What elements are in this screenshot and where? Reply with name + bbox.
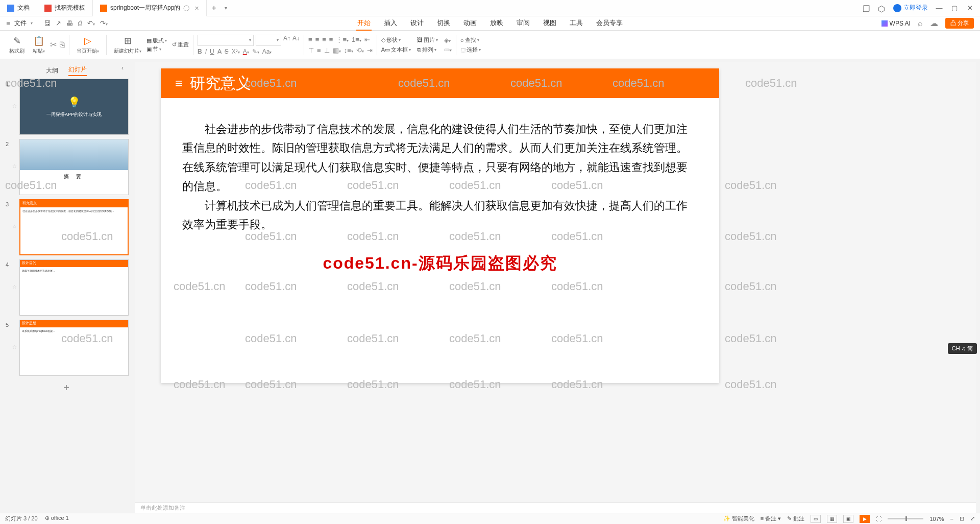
find-button[interactable]: ⌕ 查找▾ xyxy=(460,36,481,44)
maximize-button[interactable]: ▢ xyxy=(950,4,959,12)
align-center-icon[interactable]: ≡ xyxy=(315,36,320,43)
cube-icon[interactable]: ⬡ xyxy=(878,4,886,12)
clear-format-button[interactable]: Aa▾ xyxy=(262,48,272,55)
close-icon[interactable]: × xyxy=(194,4,199,12)
thumb-preview[interactable]: 研究意义 社会进步的步伐带动了信息技术的发展，信息化的建设使得人们生活的节奏加快… xyxy=(19,199,129,255)
tab-view[interactable]: 视图 xyxy=(542,16,557,31)
align-left-icon[interactable]: ≡ xyxy=(308,36,312,43)
zoom-out-icon[interactable]: − xyxy=(950,516,953,522)
close-button[interactable]: ✕ xyxy=(966,4,974,12)
share-button[interactable]: 凸 分享 xyxy=(945,18,974,29)
slide-thumb-3[interactable]: 3 ☆ 研究意义 社会进步的步伐带动了信息技术的发展，信息化的建设使得人们生活的… xyxy=(0,197,133,257)
slide-thumb-2[interactable]: 2 ☆ 摘 要 xyxy=(0,137,133,197)
copy-icon[interactable]: ⎘ xyxy=(60,40,65,50)
reset-button[interactable]: ↺ 重置 xyxy=(172,41,189,49)
tab-design[interactable]: 设计 xyxy=(409,16,425,31)
tab-current[interactable]: springboot一周穿搭App的 ◯ × xyxy=(93,0,207,16)
zoom-level[interactable]: 107% xyxy=(929,516,944,522)
outline-color-icon[interactable]: ▭▾ xyxy=(444,46,452,53)
star-icon[interactable]: ☆ xyxy=(12,139,19,169)
file-menu[interactable]: 文件 xyxy=(14,19,27,28)
increase-font-icon[interactable]: A↑ xyxy=(283,35,290,46)
view-slideshow-icon[interactable]: ▶ xyxy=(860,515,870,523)
zoom-fit-icon[interactable]: ⊡ xyxy=(960,515,964,522)
new-slide-button[interactable]: ⊞ 新建幻灯片▾ xyxy=(111,35,144,55)
tab-docs[interactable]: 文档 xyxy=(0,0,37,16)
save-icon[interactable]: 🖫 xyxy=(44,19,51,27)
tab-transition[interactable]: 切换 xyxy=(436,16,451,31)
outline-tab[interactable]: 大纲 xyxy=(46,66,58,75)
text-direction-icon[interactable]: ⟲▾ xyxy=(356,46,364,54)
undo-icon[interactable]: ↶▾ xyxy=(87,19,95,27)
tab-animation[interactable]: 动画 xyxy=(462,16,478,31)
ime-indicator[interactable]: CH ♫ 简 xyxy=(948,343,977,354)
tab-premium[interactable]: 会员专享 xyxy=(595,16,624,31)
copy-window-icon[interactable]: ❐ xyxy=(863,4,871,12)
thumb-preview[interactable]: 设计目的 随着互联网技术的飞速发展... xyxy=(19,259,129,316)
tab-home[interactable]: 开始 xyxy=(356,16,372,31)
indent-inc-icon[interactable]: ⇥ xyxy=(367,46,373,54)
wps-ai-button[interactable]: WPS AI xyxy=(881,20,911,27)
superscript-button[interactable]: X²▾ xyxy=(232,48,240,55)
tab-insert[interactable]: 插入 xyxy=(383,16,398,31)
bold-button[interactable]: B xyxy=(198,48,202,55)
valign-mid-icon[interactable]: ≡ xyxy=(317,46,321,54)
highlight-button[interactable]: ✎▾ xyxy=(252,48,259,55)
align-justify-icon[interactable]: ≡ xyxy=(329,36,333,43)
thumb-preview[interactable]: 设计思想 本系统采用SpringBoot框架... xyxy=(19,320,129,376)
view-sorter-icon[interactable]: ▦ xyxy=(827,515,837,523)
indent-dec-icon[interactable]: ⇤ xyxy=(364,36,370,43)
slides-tab[interactable]: 幻灯片 xyxy=(68,65,87,76)
login-button[interactable]: 立即登录 xyxy=(893,4,928,12)
star-icon[interactable]: ☆ xyxy=(12,199,19,229)
tab-template[interactable]: 找稻壳模板 xyxy=(37,0,93,16)
new-tab-button[interactable]: + xyxy=(207,4,222,13)
textbox-button[interactable]: A▭ 文本框▾ xyxy=(381,46,411,54)
format-painter-button[interactable]: ✎ 格式刷 xyxy=(6,35,28,55)
print-preview-icon[interactable]: ⎙ xyxy=(78,19,82,27)
zoom-slider[interactable] xyxy=(888,518,923,519)
tab-pin-icon[interactable]: ◯ xyxy=(183,5,189,11)
layout-button[interactable]: ▦ 版式▾ xyxy=(146,37,167,44)
tab-tools[interactable]: 工具 xyxy=(569,16,584,31)
font-family-select[interactable]: ▾ xyxy=(198,35,254,46)
star-icon[interactable]: ☆ xyxy=(12,79,19,109)
slide-thumb-1[interactable]: 1 ☆ 💡 一周穿搭APP的设计与实现 xyxy=(0,77,133,137)
thumb-preview[interactable]: 摘 要 xyxy=(19,139,129,195)
decrease-font-icon[interactable]: A↓ xyxy=(292,35,300,46)
italic-button[interactable]: I xyxy=(205,48,207,55)
collapse-panel-icon[interactable]: ‹ xyxy=(121,64,124,72)
current-slide[interactable]: ≡ 研究意义 社会进步的步伐带动了信息技术的发展，信息化的建设使得人们生活的节奏… xyxy=(161,68,719,383)
export-icon[interactable]: ↗ xyxy=(56,19,61,27)
bullets-icon[interactable]: ⋮≡▾ xyxy=(336,36,349,43)
font-color-button[interactable]: A▾ xyxy=(243,48,249,55)
redo-icon[interactable]: ↷▾ xyxy=(100,19,108,27)
beautify-button[interactable]: ✨ 智能美化 xyxy=(723,515,754,522)
line-spacing-icon[interactable]: ↕≡▾ xyxy=(344,46,353,54)
align-right-icon[interactable]: ≡ xyxy=(322,36,326,43)
slide-thumb-5[interactable]: 5 ☆ 设计思想 本系统采用SpringBoot框架... xyxy=(0,318,133,378)
view-normal-icon[interactable]: ▭ xyxy=(811,515,821,523)
slide-canvas[interactable]: ≡ 研究意义 社会进步的步伐带动了信息技术的发展，信息化的建设使得人们生活的节奏… xyxy=(135,62,976,503)
tab-review[interactable]: 审阅 xyxy=(516,16,531,31)
from-current-button[interactable]: ▷ 当页开始▾ xyxy=(74,35,102,55)
minimize-button[interactable]: — xyxy=(935,4,943,12)
shape-button[interactable]: ◇ 形状▾ xyxy=(381,36,411,44)
strikethrough-button[interactable]: S xyxy=(225,48,229,55)
star-icon[interactable]: ☆ xyxy=(12,259,19,290)
font-size-select[interactable]: ▾ xyxy=(256,35,281,46)
columns-icon[interactable]: ▥▾ xyxy=(333,46,341,54)
strike-button[interactable]: A̶ xyxy=(217,48,222,55)
comments-toggle[interactable]: ✎ 批注 xyxy=(787,515,804,522)
notes-pane[interactable]: 单击此处添加备注 xyxy=(135,503,976,513)
picture-button[interactable]: 🖼 图片▾ xyxy=(417,36,438,44)
section-button[interactable]: ▣ 节▾ xyxy=(146,45,167,53)
tab-slideshow[interactable]: 放映 xyxy=(489,16,504,31)
file-dropdown-icon[interactable]: ▾ xyxy=(31,21,33,26)
hamburger-icon[interactable]: ≡ xyxy=(6,19,10,28)
numbering-icon[interactable]: 1≡▾ xyxy=(352,36,361,43)
cloud-icon[interactable]: ☁ xyxy=(930,18,938,28)
view-reading-icon[interactable]: ▣ xyxy=(843,515,853,523)
paste-button[interactable]: 📋 粘贴▾ xyxy=(30,35,48,55)
slide-thumb-4[interactable]: 4 ☆ 设计目的 随着互联网技术的飞速发展... xyxy=(0,257,133,318)
